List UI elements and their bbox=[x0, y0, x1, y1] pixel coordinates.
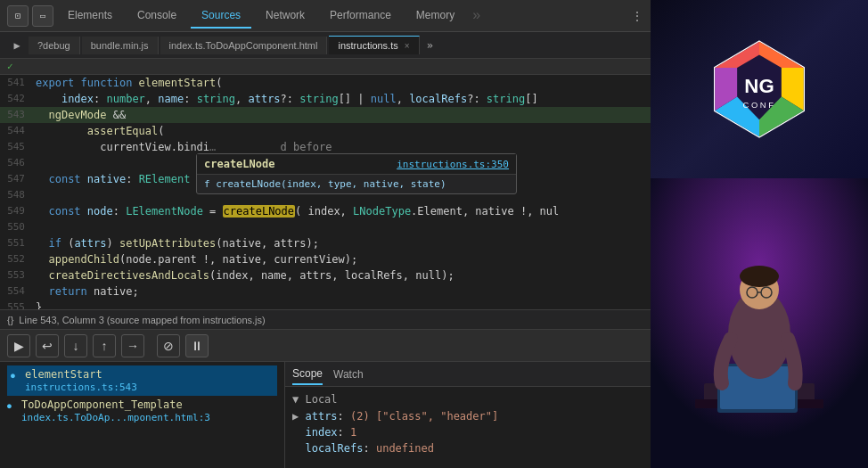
scope-local-refs: localRefs: undefined bbox=[292, 440, 643, 456]
scope-panel: Scope Watch ▼ Local ▶ attrs: (2) ["class… bbox=[285, 362, 651, 468]
blue-dot-icon: ● bbox=[11, 372, 15, 380]
svg-rect-21 bbox=[651, 446, 868, 468]
code-line-543: 543 ngDevMode && bbox=[0, 107, 651, 123]
right-panel: NG CONF bbox=[651, 0, 868, 468]
autocomplete-body: f createLNode(index, type, native, state… bbox=[197, 175, 516, 193]
code-line-550: 550 bbox=[0, 219, 651, 235]
stack-item-0[interactable]: ● elementStart instructions.ts:543 bbox=[7, 365, 277, 396]
file-tab-instructions[interactable]: instructions.ts × bbox=[329, 36, 419, 54]
file-tab-debug[interactable]: ?debug bbox=[29, 37, 80, 54]
autocomplete-tooltip: createLNode instructions.ts:350 f create… bbox=[196, 153, 517, 194]
code-line-551: 551 if (attrs) setUpAttributes(native, a… bbox=[0, 235, 651, 251]
debug-toolbar: ▶ ↩ ↓ ↑ → ⊘ ⏸ bbox=[0, 329, 651, 361]
code-line-555: 555 } bbox=[0, 300, 651, 309]
ng-conf-logo: NG CONF bbox=[651, 0, 868, 178]
scope-content: ▼ Local ▶ attrs: (2) ["class", "header"]… bbox=[285, 387, 651, 460]
code-editor[interactable]: 541 export function elementStart( 542 in… bbox=[0, 75, 651, 309]
breakpoint-indicator: ✓ bbox=[7, 61, 13, 72]
scope-panel-tabs: Scope Watch bbox=[285, 362, 651, 387]
blue-dot-icon-2: ● bbox=[7, 402, 12, 410]
bottom-split-panel: ● elementStart instructions.ts:543 ● ToD… bbox=[0, 361, 651, 468]
step-out-button[interactable]: ↑ bbox=[93, 334, 116, 357]
hex-svg: NG CONF bbox=[706, 27, 813, 152]
presenter-figure bbox=[651, 178, 868, 468]
status-fn-icon: {} bbox=[7, 315, 13, 325]
code-line-549: 549 const node: LElementNode = createLNo… bbox=[0, 203, 651, 219]
file-tab-index-html[interactable]: index.ts.ToDoAppComponent.html bbox=[160, 37, 328, 54]
status-bar: {} Line 543, Column 3 (source mapped fro… bbox=[0, 309, 651, 329]
breakpoint-bar: ✓ bbox=[0, 59, 651, 75]
close-tab-icon[interactable]: × bbox=[405, 41, 410, 51]
scope-attrs: ▶ attrs: (2) ["class", "header"] bbox=[292, 408, 643, 424]
call-stack-content: ● elementStart instructions.ts:543 ● ToD… bbox=[0, 362, 284, 430]
devtools-toolbar: ⊡ ▭ Elements Console Sources Network Per… bbox=[0, 0, 651, 32]
svg-point-17 bbox=[740, 266, 779, 287]
step-over-button[interactable]: ↩ bbox=[36, 334, 59, 357]
device-icon-btn[interactable]: ▭ bbox=[32, 5, 53, 27]
code-line-542: 542 index: number, name: string, attrs?:… bbox=[0, 91, 651, 107]
code-line-553: 553 createDirectivesAndLocals(index, nam… bbox=[0, 267, 651, 283]
autocomplete-link[interactable]: instructions.ts:350 bbox=[397, 159, 509, 170]
code-line-554: 554 return native; bbox=[0, 283, 651, 300]
play-button[interactable]: ▶ bbox=[7, 334, 30, 357]
code-line-541: 541 export function elementStart( bbox=[0, 75, 651, 91]
step-into-button[interactable]: ↓ bbox=[64, 334, 87, 357]
status-text: Line 543, Column 3 (source mapped from i… bbox=[19, 315, 265, 325]
inspect-icon-btn[interactable]: ⊡ bbox=[7, 5, 29, 27]
devtools-menu[interactable]: ⋮ bbox=[631, 9, 643, 23]
autocomplete-fn-name: createLNode bbox=[204, 158, 274, 170]
file-tab-bundle[interactable]: bundle.min.js bbox=[82, 37, 159, 54]
tab-performance[interactable]: Performance bbox=[319, 4, 402, 29]
presenter-bg bbox=[651, 178, 868, 468]
pause-button[interactable]: ⏸ bbox=[185, 334, 209, 357]
code-line-544: 544 assertEqual( bbox=[0, 123, 651, 139]
devtools-panel: ⊡ ▭ Elements Console Sources Network Per… bbox=[0, 0, 651, 468]
file-tabs-bar: ▶ ?debug bundle.min.js index.ts.ToDoAppC… bbox=[0, 32, 651, 59]
svg-text:NG: NG bbox=[744, 75, 774, 97]
resume-debug-btn[interactable]: ▶ bbox=[7, 36, 27, 55]
tab-more[interactable]: » bbox=[469, 7, 484, 25]
tab-elements[interactable]: Elements bbox=[57, 4, 123, 29]
tab-sources[interactable]: Sources bbox=[191, 4, 251, 29]
tab-scope[interactable]: Scope bbox=[292, 364, 323, 385]
step-button[interactable]: → bbox=[121, 334, 144, 357]
tab-watch[interactable]: Watch bbox=[333, 365, 364, 384]
call-stack-panel: ● elementStart instructions.ts:543 ● ToD… bbox=[0, 362, 285, 468]
scope-local-section: ▼ Local bbox=[292, 390, 643, 408]
stack-item-1[interactable]: ● ToDoAppComponent_Template index.ts.ToD… bbox=[7, 396, 277, 426]
code-line-552: 552 appendChild(node.parent !, native, c… bbox=[0, 251, 651, 267]
scope-index: index: 1 bbox=[292, 424, 643, 440]
tab-console[interactable]: Console bbox=[127, 4, 187, 29]
deactivate-button[interactable]: ⊘ bbox=[157, 334, 180, 357]
tab-memory[interactable]: Memory bbox=[405, 4, 465, 29]
presenter-area bbox=[651, 178, 868, 468]
tab-network[interactable]: Network bbox=[255, 4, 315, 29]
autocomplete-header: createLNode instructions.ts:350 bbox=[197, 154, 516, 175]
svg-text:CONF: CONF bbox=[743, 100, 776, 110]
hex-shape: NG CONF bbox=[706, 40, 813, 138]
file-tabs-more[interactable]: » bbox=[422, 39, 438, 52]
